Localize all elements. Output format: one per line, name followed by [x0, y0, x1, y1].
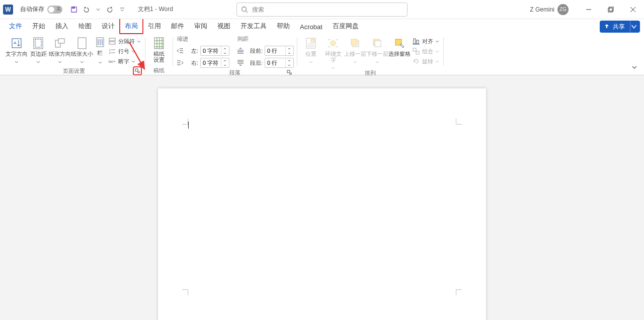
bring-forward-button[interactable]: 上移一层: [345, 35, 366, 62]
spacing-after-input[interactable]: [265, 58, 294, 68]
group-manuscript: 稿纸 设置 稿纸: [145, 34, 173, 75]
manuscript-settings-button[interactable]: 稿纸 设置: [148, 35, 170, 64]
search-box[interactable]: 搜索: [236, 3, 408, 17]
minimize-button[interactable]: [578, 0, 600, 19]
spacing-before-input[interactable]: [265, 46, 294, 56]
qat-customize[interactable]: [117, 4, 128, 15]
size-button[interactable]: 纸张大小: [71, 35, 93, 62]
columns-label: 栏: [97, 49, 103, 57]
svg-rect-15: [58, 39, 64, 43]
autosave-toggle[interactable]: 关: [47, 6, 62, 14]
page[interactable]: [158, 88, 486, 320]
spin-down[interactable]: [286, 63, 292, 67]
tab-mailings[interactable]: 邮件: [166, 19, 189, 34]
breaks-button[interactable]: 分隔符: [107, 36, 142, 46]
group-arrange: 位置 环绕文 字 上移一层 下移一层 选择窗格: [297, 34, 443, 75]
margins-icon: [33, 37, 43, 49]
redo-button[interactable]: [105, 4, 116, 15]
share-label: 共享: [613, 23, 625, 31]
paragraph-label: 段落: [229, 69, 240, 75]
undo-button[interactable]: [80, 4, 92, 15]
line-numbers-icon: 12: [109, 48, 116, 55]
line-numbers-button[interactable]: 12 行号: [107, 46, 142, 56]
spin-up[interactable]: [286, 46, 292, 51]
wrap-text-icon: [328, 38, 339, 49]
document-canvas[interactable]: [0, 75, 644, 320]
wrap-text-button[interactable]: 环绕文 字: [323, 35, 344, 68]
selection-pane-label: 选择窗格: [388, 51, 411, 57]
share-dropdown[interactable]: [630, 21, 637, 33]
indent-header: 缩进: [176, 35, 229, 44]
tab-help[interactable]: 帮助: [272, 19, 295, 34]
tab-references[interactable]: 引用: [143, 19, 166, 34]
hyphenation-button[interactable]: bc 断字: [107, 56, 142, 66]
doc-name-text: 文档1: [138, 6, 153, 13]
redo-icon: [107, 6, 114, 13]
rotate-label: 旋转: [422, 58, 433, 65]
tab-developer[interactable]: 开发工具: [235, 19, 272, 34]
tab-insert[interactable]: 插入: [50, 19, 73, 34]
columns-button[interactable]: 栏: [94, 35, 106, 65]
margin-mark-bl: [182, 289, 188, 295]
spin-down[interactable]: [286, 51, 292, 55]
selection-pane-icon: [394, 38, 405, 49]
text-cursor: [188, 122, 189, 129]
align-icon: [413, 38, 420, 45]
chevron-up-icon: [223, 60, 226, 62]
indent-left-input[interactable]: [200, 46, 229, 56]
size-icon: [77, 37, 87, 49]
close-button[interactable]: [622, 0, 644, 19]
spin-up[interactable]: [221, 58, 228, 63]
spacing-before-field[interactable]: [265, 48, 285, 54]
tab-baidu[interactable]: 百度网盘: [328, 19, 364, 34]
tab-layout[interactable]: 布局: [120, 19, 143, 34]
margins-button[interactable]: 页边距: [28, 35, 48, 62]
spin-up[interactable]: [221, 46, 228, 51]
chevron-down-icon: [58, 61, 62, 63]
breaks-icon: [109, 38, 116, 45]
spacing-after-field[interactable]: [265, 60, 285, 66]
rotate-button[interactable]: 旋转: [411, 56, 440, 66]
paragraph-dialog-launcher[interactable]: [286, 69, 293, 76]
group-objects-button[interactable]: 组合: [411, 46, 440, 56]
chevron-down-icon: [137, 40, 141, 43]
tab-view[interactable]: 视图: [212, 19, 235, 34]
orientation-label: 纸张方向: [49, 51, 71, 57]
page-setup-dialog-launcher[interactable]: [134, 67, 141, 74]
tab-review[interactable]: 审阅: [189, 19, 212, 34]
tab-draw[interactable]: 绘图: [73, 19, 97, 34]
send-backward-button[interactable]: 下移一层: [367, 35, 388, 62]
minimize-icon: [586, 7, 592, 13]
spacing-before-icon: [237, 47, 244, 54]
tab-home[interactable]: 开始: [27, 19, 50, 34]
save-button[interactable]: [68, 4, 79, 15]
user-account[interactable]: Z Gemini ZG: [530, 4, 569, 15]
indent-right-input[interactable]: [200, 58, 229, 68]
tab-design[interactable]: 设计: [97, 19, 120, 34]
spin-down[interactable]: [221, 51, 228, 55]
text-direction-button[interactable]: A 文字方向: [6, 35, 27, 62]
undo-dropdown[interactable]: [93, 4, 104, 15]
share-button[interactable]: 共享: [600, 21, 640, 33]
tab-acrobat[interactable]: Acrobat: [295, 20, 328, 34]
orientation-button[interactable]: 纸张方向: [49, 35, 70, 62]
group-objects-label: 组合: [422, 48, 433, 55]
align-button[interactable]: 对齐: [411, 36, 440, 46]
page-setup-small-stack: 分隔符 12 行号 bc 断字: [107, 35, 142, 66]
collapse-ribbon-button[interactable]: [630, 63, 639, 72]
spin-down[interactable]: [221, 63, 228, 67]
title-bar: W 自动保存 关 文档1 -: [0, 0, 644, 19]
chevron-down-icon: [353, 61, 357, 63]
tab-file[interactable]: 文件: [4, 19, 27, 34]
svg-point-55: [331, 41, 336, 46]
dialog-launcher-icon: [135, 68, 140, 73]
indent-right-field[interactable]: [201, 60, 221, 66]
position-button[interactable]: 位置: [300, 35, 321, 62]
document-title: 文档1 - Word: [138, 5, 173, 14]
chevron-down-icon: [435, 40, 439, 43]
chevron-down-icon: [223, 52, 226, 54]
indent-left-field[interactable]: [201, 48, 221, 54]
maximize-button[interactable]: [600, 0, 622, 19]
spin-up[interactable]: [286, 58, 292, 63]
selection-pane-button[interactable]: 选择窗格: [389, 35, 410, 58]
